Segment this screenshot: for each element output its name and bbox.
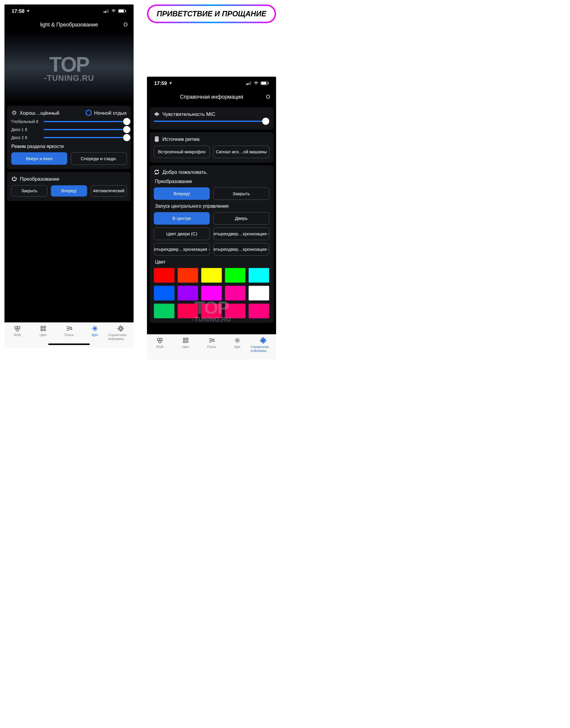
- brightness-slider-1[interactable]: [44, 129, 127, 130]
- tab-icon: [234, 337, 241, 344]
- central-center[interactable]: В центре: [154, 212, 210, 225]
- signal-icon: [103, 9, 109, 13]
- section-badge: ПРИВЕТСТВИЕ И ПРОЩАНИЕ: [147, 4, 276, 23]
- app-header: Справочная информация O: [147, 90, 276, 104]
- color-swatch-12[interactable]: [201, 304, 222, 319]
- rhythm-car-signal[interactable]: Сигнал исх…ой машины: [214, 146, 270, 158]
- color-swatch-13[interactable]: [225, 304, 246, 319]
- tab-поиск[interactable]: Поиск: [56, 325, 82, 337]
- svg-rect-33: [184, 341, 185, 343]
- svg-rect-6: [125, 10, 126, 12]
- color-swatch-10[interactable]: [154, 304, 175, 319]
- tab-rgb[interactable]: RGB: [5, 325, 30, 337]
- svg-point-37: [262, 339, 265, 342]
- color-swatch-9[interactable]: [249, 286, 269, 301]
- brightness-panel: Хорош…щённый Ночной отдых Глобальный 8 Д…: [7, 106, 131, 169]
- brightness-mode-frontback[interactable]: Спереди и сзади.: [71, 152, 127, 165]
- color-swatch-3[interactable]: [225, 268, 246, 283]
- header-right[interactable]: O: [123, 22, 128, 28]
- tab-цвет[interactable]: Цвет: [31, 325, 56, 337]
- color-swatch-4[interactable]: [249, 268, 269, 283]
- phone-right: 17:59 Справочная информация O Чувствител: [147, 77, 276, 360]
- tab-icon: [260, 337, 267, 344]
- dashboard-image: TOP -TUNING.RU: [4, 32, 133, 103]
- color-swatch-11[interactable]: [178, 304, 198, 319]
- tab-цвет[interactable]: Цвет: [173, 337, 198, 349]
- color-swatch-0[interactable]: [154, 268, 175, 283]
- svg-point-7: [13, 112, 15, 114]
- svg-rect-2: [106, 10, 107, 13]
- transform-forward[interactable]: Вперед!: [51, 185, 87, 197]
- page-title: Справочная информация: [180, 94, 243, 100]
- welcome-close[interactable]: Закрыть: [214, 187, 270, 200]
- status-bar: 17:58: [4, 4, 133, 17]
- mode-night[interactable]: Ночной отдых: [85, 110, 127, 116]
- color-swatch-2[interactable]: [201, 268, 222, 283]
- tab-icon: [66, 325, 72, 332]
- slider-label: Диск 2 8: [11, 135, 41, 140]
- svg-rect-12: [44, 326, 45, 328]
- central-4door-3[interactable]: Четырехдвер…хронизация -3: [214, 243, 270, 255]
- svg-rect-23: [261, 82, 266, 85]
- tab-справочная информац[interactable]: Справочная информац: [108, 325, 133, 341]
- status-time: 17:59: [154, 80, 167, 86]
- phone-left: 17:58 light & Преобразование O TOP -TUNI…: [4, 4, 133, 348]
- brightness-mode-updown[interactable]: Вверх и вниз: [11, 152, 67, 165]
- mic-slider[interactable]: [154, 121, 269, 122]
- color-swatch-5[interactable]: [154, 286, 175, 301]
- transform-auto[interactable]: Автоматический: [90, 185, 127, 197]
- transform-panel: Преобразование Закрыть Вперед! Автоматич…: [7, 172, 131, 201]
- svg-point-34: [186, 341, 188, 343]
- tab-icon: [208, 337, 215, 344]
- color-swatch-14[interactable]: [249, 304, 269, 319]
- wifi-icon: [111, 9, 116, 13]
- transform-close[interactable]: Закрыть: [11, 185, 47, 197]
- central-4door-1[interactable]: Четырехдвер…хронизация -1: [214, 228, 270, 240]
- color-swatch-1[interactable]: [178, 268, 198, 283]
- svg-point-10: [16, 328, 19, 331]
- svg-rect-11: [41, 326, 43, 328]
- tab-rgb[interactable]: RGB: [147, 337, 173, 349]
- tab-справочная информац[interactable]: Справочная информац: [251, 337, 276, 353]
- tab-light[interactable]: light: [82, 325, 107, 337]
- svg-rect-24: [268, 82, 269, 84]
- header-right[interactable]: O: [266, 94, 270, 100]
- svg-rect-19: [248, 83, 249, 85]
- central-door[interactable]: Дверь: [214, 212, 270, 225]
- tab-icon: [14, 325, 21, 332]
- svg-rect-21: [250, 81, 251, 85]
- tab-light[interactable]: light: [225, 337, 250, 349]
- central-door-color[interactable]: Цвет двери (C): [154, 228, 210, 240]
- rhythm-panel: Источник ритма Встроенный микрофон Сигна…: [150, 132, 273, 163]
- svg-point-14: [44, 329, 45, 331]
- app-header: light & Преобразование O: [4, 17, 133, 32]
- svg-rect-13: [41, 329, 43, 331]
- svg-point-26: [157, 138, 157, 139]
- color-swatch-6[interactable]: [178, 286, 198, 301]
- tab-поиск[interactable]: Поиск: [199, 337, 224, 349]
- central-4door-2[interactable]: Четырехдвер…хронизация -2: [154, 243, 210, 255]
- svg-rect-20: [249, 82, 250, 85]
- svg-point-15: [69, 327, 71, 330]
- svg-point-17: [120, 328, 122, 330]
- home-indicator: [48, 344, 90, 345]
- color-swatch-7[interactable]: [201, 286, 222, 301]
- brightness-slider-0[interactable]: [44, 121, 127, 122]
- welcome-forward[interactable]: Вперед!: [154, 187, 210, 200]
- speaker-icon: [154, 136, 160, 142]
- mode-good[interactable]: Хорош…щённый: [11, 110, 59, 116]
- location-icon: [168, 81, 172, 85]
- power-icon: [11, 176, 17, 182]
- brightness-slider-2[interactable]: [44, 137, 127, 138]
- status-time: 17:58: [12, 8, 24, 14]
- svg-rect-0: [103, 12, 104, 13]
- svg-rect-5: [119, 10, 124, 12]
- svg-rect-32: [186, 338, 188, 340]
- tab-icon: [157, 337, 163, 344]
- color-swatch-8[interactable]: [225, 286, 246, 301]
- tab-icon: [40, 325, 47, 332]
- rhythm-internal-mic[interactable]: Встроенный микрофон: [154, 146, 210, 158]
- svg-rect-31: [184, 338, 185, 340]
- welcome-panel: Добро пожаловать. Преобразование Вперед!…: [150, 165, 273, 323]
- slider-label: Глобальный 8: [11, 119, 41, 124]
